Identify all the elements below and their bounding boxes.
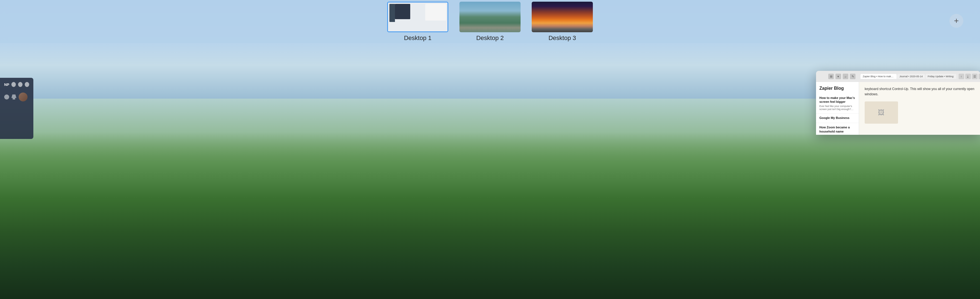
sidebar-article-1[interactable]: How to make your Mac's screen feel bigge…	[816, 94, 859, 114]
desktop-2-thumb[interactable]: Desktop 2	[460, 2, 520, 42]
plus-icon: +	[954, 16, 959, 25]
desktop-1-preview	[387, 2, 448, 32]
tree-area	[0, 132, 980, 299]
article-1-title: How to make your Mac's screen feel bigge…	[819, 96, 856, 104]
image-icon: 🖼	[878, 109, 885, 116]
window-layout-icon[interactable]: ⊞	[828, 74, 834, 79]
tab-3[interactable]: Friday Update • Writing:	[926, 74, 956, 79]
desktop-1-thumb[interactable]: Desktop 1	[387, 2, 448, 42]
tab-1[interactable]: Zapier Blog • How to make your Mac's scr…	[861, 74, 897, 79]
tab-2[interactable]: Journal • 2020-05-14	[897, 74, 925, 79]
desktop-2-label: Desktop 2	[476, 35, 504, 42]
info-icon[interactable]	[11, 82, 16, 87]
article-2-title: Google My Business	[819, 116, 856, 120]
search-icon[interactable]: ⌕	[843, 74, 848, 79]
browser-tabs: Zapier Blog • How to make your Mac's scr…	[861, 74, 956, 79]
chevron-down-icon[interactable]: ▾	[835, 74, 841, 79]
list-icon[interactable]: ☰	[972, 74, 977, 79]
panel-top-row: NP	[3, 81, 30, 88]
person-icon[interactable]	[18, 82, 22, 87]
titlebar-controls: ⊞ ▾ ⌕ ✎	[828, 74, 856, 79]
desktop-2-preview	[460, 2, 520, 32]
article-image: 🖼	[865, 102, 898, 124]
add-desktop-button[interactable]: +	[950, 14, 963, 28]
article-body-text: keyboard shortcut Control-Up. This will …	[865, 86, 974, 97]
bookmark-icon[interactable]: ⭳	[965, 74, 971, 79]
mission-control-bar: Desktop 1 Desktop 2 Desktop 3 +	[0, 0, 980, 43]
share-icon[interactable]: ↑	[959, 74, 964, 79]
panel-np-label: NP	[4, 83, 9, 87]
browser-window: ⊞ ▾ ⌕ ✎ Zapier Blog • How to make your M…	[816, 71, 980, 135]
article-3-title: How Zoom became a household name	[819, 125, 856, 134]
browser-sidebar: Zapier Blog How to make your Mac's scree…	[816, 82, 859, 135]
left-app-panel: NP	[0, 78, 33, 139]
desktop-3-label: Desktop 3	[548, 35, 576, 42]
edit-icon[interactable]: ✎	[850, 74, 856, 79]
article-1-excerpt: Ever feel like your computer's screen ju…	[819, 105, 856, 111]
titlebar-actions: ↑ ⭳ ☰ A ✏ +	[959, 74, 980, 79]
browser-titlebar: ⊞ ▾ ⌕ ✎ Zapier Blog • How to make your M…	[816, 71, 980, 82]
more-icon[interactable]	[25, 82, 29, 87]
sidebar-title: Zapier Blog	[816, 84, 859, 94]
panel-bottom-row	[3, 91, 30, 103]
bell-icon[interactable]	[11, 94, 16, 100]
browser-main-content: keyboard shortcut Control-Up. This will …	[859, 82, 980, 135]
sidebar-article-2[interactable]: Google My Business	[816, 114, 859, 123]
desktop-3-preview	[532, 2, 593, 32]
sidebar-article-3[interactable]: How Zoom became a household name	[816, 123, 859, 135]
browser-content: Zapier Blog How to make your Mac's scree…	[816, 82, 980, 135]
search-icon[interactable]	[4, 94, 9, 100]
desktop-3-thumb[interactable]: Desktop 3	[532, 2, 593, 42]
font-icon[interactable]: A	[978, 74, 980, 79]
user-avatar[interactable]	[19, 92, 27, 102]
desktop-1-label: Desktop 1	[404, 35, 431, 42]
